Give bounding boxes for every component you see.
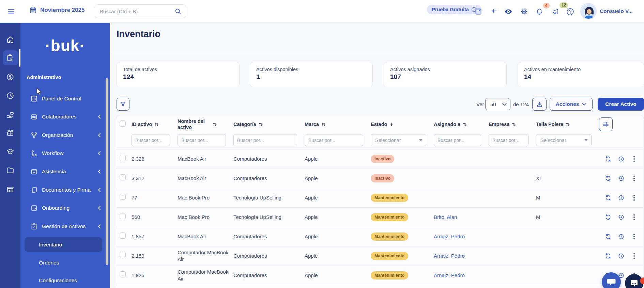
row-checkbox[interactable] [120, 174, 126, 180]
select-all-checkbox[interactable] [120, 121, 126, 127]
filter-select-talla[interactable]: Seleccionar [536, 134, 592, 146]
assigned-person-link[interactable]: Arnaiz, Pedro [434, 272, 465, 278]
assigned-person-link[interactable]: Arnaiz, Pedro [434, 234, 465, 239]
row-checkbox[interactable] [120, 155, 126, 161]
benefits-box-icon[interactable] [6, 129, 14, 137]
hamburger-menu-icon[interactable] [7, 7, 15, 15]
row-checkbox[interactable] [120, 252, 126, 258]
trial-badge[interactable]: Prueba Gratuita [427, 5, 481, 14]
row-checkbox[interactable] [120, 233, 126, 239]
history-icon[interactable] [617, 233, 625, 240]
sidebar-item-workflow[interactable]: Workflow [20, 146, 110, 160]
download-button[interactable] [532, 98, 547, 111]
folder-icon[interactable] [6, 166, 14, 174]
money-icon[interactable] [6, 73, 14, 81]
row-checkbox[interactable] [120, 194, 126, 200]
assigned-person-link[interactable]: Arnaiz, Pedro [434, 253, 465, 259]
storefront-icon[interactable] [6, 185, 14, 193]
sidebar-item-asistencia[interactable]: Asistencia [20, 165, 110, 178]
sidebar-subitem-ordenes[interactable]: Órdenes [20, 256, 110, 270]
sidebar-item-documentos-y-firma[interactable]: Documentos y Firma [20, 183, 110, 197]
filter-input-categoria[interactable] [233, 134, 297, 146]
history-icon[interactable] [617, 252, 625, 260]
sidebar: ·buk· Administrativo Panel de Control Co… [20, 23, 110, 288]
cell-nombre: MacBook Air [178, 156, 233, 162]
user-avatar[interactable] [580, 3, 597, 19]
sort-both-icon [213, 122, 217, 127]
filter-input-empresa[interactable] [489, 134, 528, 146]
column-header-categoria[interactable]: Categoría [233, 122, 305, 127]
row-checkbox[interactable] [120, 271, 126, 277]
sidebar-item-colaboradores[interactable]: Colaboradores [20, 110, 110, 124]
sidebar-scrollbar[interactable] [106, 78, 108, 265]
column-header-nombre[interactable]: Nombre del activo [178, 118, 233, 130]
sparkles-icon[interactable] [490, 7, 499, 16]
assigned-person-link[interactable]: Brito, Alan [434, 214, 457, 220]
cell-categoria: Tecnología UpSelling [233, 214, 305, 221]
transfer-icon[interactable] [604, 233, 612, 240]
period-selector[interactable]: Noviembre 2025 [29, 6, 85, 14]
column-header-talla[interactable]: Talla Polera [536, 122, 599, 127]
eye-icon[interactable] [504, 7, 513, 16]
column-header-estado[interactable]: Estado [371, 122, 434, 127]
filter-input-marca[interactable] [305, 134, 363, 146]
column-header-empresa[interactable]: Empresa [489, 122, 536, 127]
history-icon[interactable] [617, 155, 625, 163]
column-header-id-activo[interactable]: ID activo [132, 122, 178, 127]
kebab-menu-icon[interactable] [630, 213, 638, 221]
bookmark-icon[interactable] [474, 7, 483, 16]
gear-icon[interactable] [520, 7, 528, 16]
history-icon[interactable] [617, 194, 625, 202]
total-count-label: de 124 [513, 101, 529, 107]
kebab-menu-icon[interactable] [630, 155, 638, 163]
graduation-cap-icon[interactable] [6, 147, 14, 156]
filter-input-id[interactable] [132, 134, 170, 146]
home-icon[interactable] [6, 35, 14, 44]
sidebar-subitem-configuraciones[interactable]: Configuraciones [20, 274, 110, 287]
transfer-icon[interactable] [604, 155, 612, 163]
sort-both-icon [566, 122, 570, 127]
org-chart-icon [31, 132, 37, 139]
history-icon[interactable] [617, 213, 625, 221]
history-icon[interactable] [617, 175, 625, 182]
filter-select-estado[interactable]: Seleccionar [371, 134, 426, 146]
sidebar-item-panel-de-control[interactable]: Panel de Control [20, 92, 110, 106]
cell-categoria: Computadores [233, 175, 305, 182]
kebab-menu-icon[interactable] [630, 175, 638, 182]
transfer-icon[interactable] [604, 213, 612, 221]
kebab-menu-icon[interactable] [630, 233, 638, 240]
sidebar-item-gestion-de-activos[interactable]: Gestión de Activos [20, 220, 110, 233]
bell-icon[interactable] [535, 7, 544, 16]
transfer-icon[interactable] [604, 175, 612, 182]
page-size-select[interactable]: 50 [485, 98, 510, 110]
hand-heart-icon[interactable] [6, 111, 14, 119]
kebab-menu-icon[interactable] [630, 194, 638, 202]
filter-button[interactable] [117, 98, 129, 111]
transfer-icon[interactable] [604, 252, 612, 260]
help-icon[interactable] [566, 7, 574, 16]
user-name[interactable]: Consuelo V... [600, 8, 633, 14]
sidebar-subitem-inventario[interactable]: Inventario [20, 238, 110, 252]
cell-nombre: Mac Book Pro [178, 194, 233, 201]
column-header-marca[interactable]: Marca [305, 122, 371, 127]
megaphone-icon[interactable] [551, 7, 560, 16]
filter-input-nombre[interactable] [178, 134, 226, 146]
filter-input-asignado[interactable] [434, 134, 481, 146]
documents-icon [31, 187, 37, 193]
search-icon[interactable] [174, 8, 182, 15]
search-input[interactable] [95, 5, 186, 18]
chat-bubble-icon [607, 277, 616, 286]
transfer-icon[interactable] [604, 194, 612, 202]
column-header-asignado[interactable]: Asignado a [434, 122, 489, 127]
kebab-menu-icon[interactable] [630, 252, 638, 260]
actions-button[interactable]: Acciones [550, 98, 593, 111]
clock-icon[interactable] [6, 92, 14, 100]
sidebar-item-organizacion[interactable]: Organización [20, 128, 110, 142]
sidebar-item-label: Panel de Control [42, 96, 81, 102]
create-asset-button[interactable]: Crear Activo [598, 98, 644, 111]
clipboard-clock-icon[interactable] [6, 54, 14, 62]
column-settings-button[interactable] [599, 117, 613, 131]
cell-marca: Apple [305, 194, 371, 201]
row-checkbox[interactable] [120, 213, 126, 219]
sidebar-item-onboarding[interactable]: Onboarding [20, 201, 110, 215]
